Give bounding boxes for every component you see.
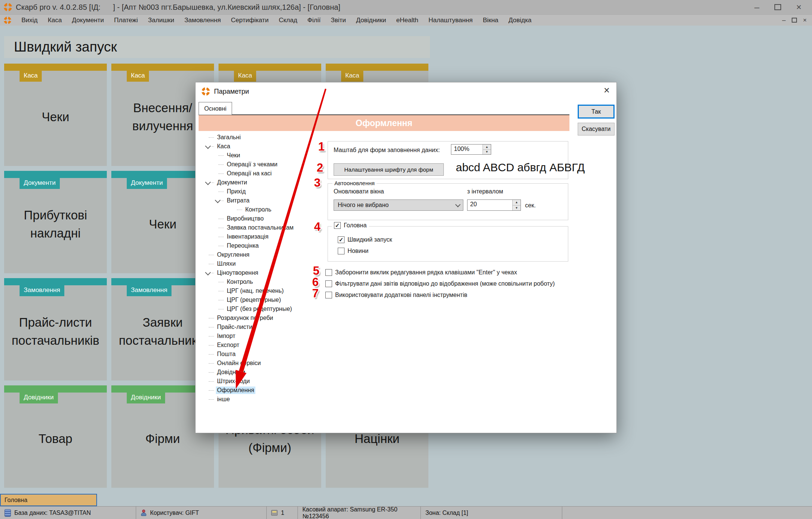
tree-item-tsrh-retsepturni[interactable]: ЦРГ (рецептурные): [199, 295, 325, 304]
tile-cheky-kasa[interactable]: Каса Чеки: [4, 64, 107, 166]
chevron-down-icon[interactable]: [215, 197, 221, 203]
cash-register-icon: [271, 510, 278, 516]
bottom-tab-holovna[interactable]: Головна: [0, 494, 97, 506]
menu-item-help[interactable]: Довідка: [508, 17, 531, 24]
minimize-icon[interactable]: –: [754, 3, 759, 12]
app-logo-icon: [4, 3, 12, 11]
chevron-down-icon[interactable]: [205, 269, 211, 275]
interval-value[interactable]: 20: [467, 200, 512, 210]
mdi-restore-icon[interactable]: [792, 18, 797, 23]
tree-item-kontrol-vytrata[interactable]: Контроль: [199, 205, 325, 214]
tree-item-inventaryzatsiia[interactable]: Інвентаризація: [199, 232, 325, 241]
tree-item-operatsii-z-chekamy[interactable]: Операції з чеками: [199, 160, 325, 169]
chevron-down-icon: [455, 202, 460, 207]
tree-item-tsrh-bez-retsepturnykh[interactable]: ЦРГ (без рецептурные): [199, 304, 325, 314]
tree-connector: [209, 354, 214, 355]
tree-item-tsinoutvorennia[interactable]: Ціноутворення: [199, 268, 325, 277]
menu-item-orders[interactable]: Замовлення: [184, 17, 221, 24]
tree-item-tsrh-nats-perechen[interactable]: ЦРГ (нац. перечень): [199, 286, 325, 295]
spinner-buttons[interactable]: ▲▼: [483, 145, 491, 154]
tree-item-onlain-servisy[interactable]: Онлайн сервіси: [199, 359, 325, 368]
spin-down-icon[interactable]: ▼: [483, 150, 491, 155]
spinner-buttons[interactable]: ▲▼: [512, 200, 521, 210]
window-title: Скарб pro v. 4.0.2.85 [ІД: ] - [Апт №003…: [16, 3, 340, 12]
mdi-minimize-icon[interactable]: –: [782, 17, 786, 23]
menu-item-ehealth[interactable]: eHealth: [396, 17, 419, 24]
forbid-enter-edit-checkbox[interactable]: Заборонити виклик редагування рядка клав…: [325, 269, 517, 276]
checkbox-unchecked-icon[interactable]: [325, 269, 332, 276]
checkbox-checked-icon[interactable]: ✓: [338, 236, 345, 243]
mdi-close-icon[interactable]: ×: [803, 17, 807, 23]
tile-header-bar: [4, 171, 107, 178]
tree-connector: [219, 237, 224, 237]
menu-item-reports[interactable]: Звіти: [331, 17, 346, 24]
tree-connector: [219, 300, 224, 300]
tile-header-bar: [4, 64, 107, 71]
menu-item-certificates[interactable]: Сертифікати: [231, 17, 269, 24]
tree-item-dokumenty[interactable]: Документи: [199, 178, 325, 187]
tree-item-import[interactable]: Імпорт: [199, 332, 325, 341]
chevron-down-icon[interactable]: [205, 143, 211, 149]
tile-price-lists[interactable]: Замовлення Прайс-листи постачальників: [4, 278, 107, 380]
tree-connector: [209, 336, 214, 336]
menu-item-settings[interactable]: Налаштування: [428, 17, 473, 24]
interval-spinner[interactable]: 20 ▲▼: [467, 199, 521, 211]
tree-item-cheky[interactable]: Чеки: [199, 151, 325, 160]
tile-tovar[interactable]: Довідники Товар: [4, 385, 107, 488]
tree-item-eksport[interactable]: Експорт: [199, 341, 325, 350]
spin-up-icon[interactable]: ▲: [483, 145, 491, 150]
main-page-checkbox[interactable]: ✓ Головна: [332, 222, 369, 229]
extra-toolbars-checkbox[interactable]: Використовувати додаткові панелі інструм…: [325, 292, 467, 298]
tree-item-vytrata[interactable]: Витрата: [199, 196, 325, 205]
cancel-button[interactable]: Скасувати: [578, 123, 615, 135]
tile-prybutkovi-nakladni[interactable]: Документи Прибуткові накладні: [4, 171, 107, 273]
tab-osnovni[interactable]: Основні: [199, 102, 232, 115]
menu-item-directories[interactable]: Довідники: [356, 17, 386, 24]
tree-item-zaiavka-postachalnykam[interactable]: Заявка постачальникам: [199, 223, 325, 232]
tree-item-vyrobnytstvo[interactable]: Виробництво: [199, 214, 325, 223]
tree-item-zagalni[interactable]: Загальні: [199, 133, 325, 142]
menu-item-warehouse[interactable]: Склад: [279, 17, 297, 24]
dialog-close-icon[interactable]: ×: [604, 85, 610, 96]
close-icon[interactable]: ×: [796, 3, 801, 12]
menu-item-payments[interactable]: Платежі: [114, 17, 138, 24]
spin-up-icon[interactable]: ▲: [513, 200, 521, 205]
app-logo-icon: [4, 17, 11, 24]
checkbox-unchecked-icon[interactable]: [325, 292, 332, 298]
tree-item-inshe[interactable]: інше: [199, 395, 325, 404]
chevron-down-icon[interactable]: [205, 179, 211, 185]
tree-item-okruhlennia[interactable]: Округлення: [199, 250, 325, 259]
tree-item-kontrol-tsiny[interactable]: Контроль: [199, 277, 325, 286]
scale-spinner[interactable]: 100% ▲▼: [451, 144, 491, 155]
tree-item-rozrakhunok-potreby[interactable]: Розрахунок потреби: [199, 314, 325, 323]
restore-icon[interactable]: [774, 4, 781, 10]
checkbox-checked-icon[interactable]: ✓: [334, 222, 341, 229]
tree-item-dovidnyky[interactable]: Довідники: [199, 368, 325, 377]
font-settings-button[interactable]: Налаштування шрифту для форм: [334, 163, 444, 176]
update-windows-dropdown[interactable]: Нічого не вибрано: [334, 199, 463, 211]
checkbox-unchecked-icon[interactable]: [338, 248, 345, 254]
tree-item-poshta[interactable]: Пошта: [199, 350, 325, 359]
menu-item-exit[interactable]: Вихід: [21, 17, 38, 24]
tree-item-shliakhy[interactable]: Шляхи: [199, 259, 325, 268]
tree-connector: [219, 219, 224, 219]
tree-item-shtrykh-kody[interactable]: Штрих-коди: [199, 377, 325, 386]
tree-item-price-lysty[interactable]: Прайс-листи: [199, 323, 325, 332]
checkbox-unchecked-icon[interactable]: [325, 280, 332, 287]
ok-button[interactable]: Так: [578, 105, 615, 119]
tree-item-prykhid[interactable]: Прихід: [199, 187, 325, 196]
spin-down-icon[interactable]: ▼: [513, 205, 521, 211]
news-checkbox[interactable]: Новини: [338, 248, 369, 254]
tree-item-oformlennia[interactable]: Оформлення: [199, 386, 325, 395]
menu-item-branches[interactable]: Філії: [307, 17, 320, 24]
filter-reports-checkbox[interactable]: Фільтрувати дані звітів відповідно до ві…: [325, 280, 555, 287]
tree-item-pereotsinka[interactable]: Переоцінка: [199, 241, 325, 250]
scale-value[interactable]: 100%: [451, 145, 483, 154]
tree-item-kasa[interactable]: Каса: [199, 142, 325, 151]
menu-item-kasa[interactable]: Каса: [48, 17, 62, 24]
menu-item-documents[interactable]: Документи: [72, 17, 104, 24]
menu-item-windows[interactable]: Вікна: [483, 17, 498, 24]
quick-launch-checkbox[interactable]: ✓ Швидкий запуск: [338, 236, 392, 243]
menu-item-stocks[interactable]: Залишки: [148, 17, 175, 24]
tree-item-operatsii-na-kasi[interactable]: Операції на касі: [199, 169, 325, 178]
